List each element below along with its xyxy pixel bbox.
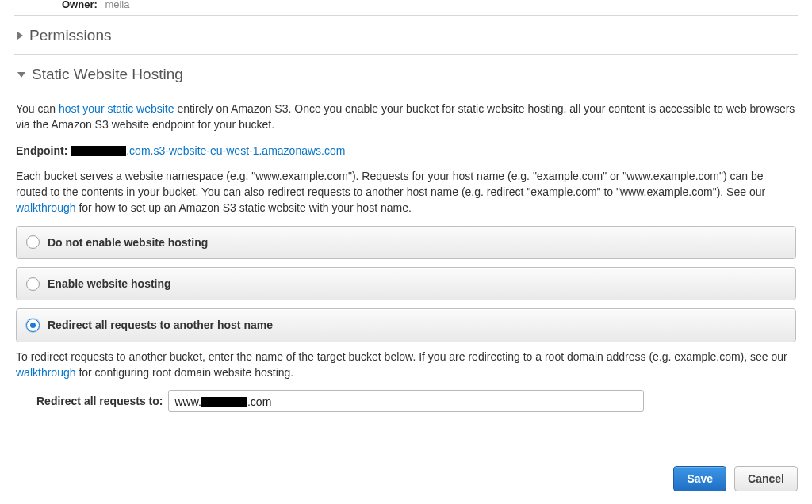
text: for configuring root domain website host…	[76, 366, 294, 379]
section-permissions-header[interactable]: Permissions	[14, 16, 798, 54]
redirect-input-row: Redirect all requests to: www..com	[36, 390, 796, 412]
text: You can	[16, 102, 59, 115]
static-hosting-intro: You can host your static website entirel…	[16, 101, 796, 133]
text: Each bucket serves a website namespace (…	[16, 170, 765, 198]
host-static-website-link[interactable]: host your static website	[59, 102, 174, 115]
section-static-hosting-body: You can host your static website entirel…	[14, 93, 798, 422]
endpoint-label: Endpoint:	[16, 144, 67, 157]
walkthrough-link[interactable]: walkthrough	[16, 201, 76, 214]
owner-label: Owner:	[62, 0, 98, 10]
section-static-hosting-title: Static Website Hosting	[32, 66, 183, 83]
redirect-target-input[interactable]	[168, 390, 644, 412]
radio-icon	[26, 235, 40, 249]
redacted-block	[71, 146, 126, 156]
chevron-down-icon	[17, 72, 25, 78]
endpoint-suffix: .com.s3-website-eu-west-1.amazonaws.com	[126, 144, 345, 157]
walkthrough-root-domain-link[interactable]: walkthrough	[16, 366, 76, 379]
owner-value: melia	[105, 0, 129, 10]
owner-row: Owner: melia	[14, 0, 798, 15]
save-button[interactable]: Save	[673, 466, 726, 491]
option-label: Redirect all requests to another host na…	[48, 317, 273, 333]
redirect-field-label: Redirect all requests to:	[36, 393, 163, 409]
section-static-hosting-header[interactable]: Static Website Hosting	[14, 55, 798, 93]
endpoint-link[interactable]: .com.s3-website-eu-west-1.amazonaws.com	[71, 144, 345, 157]
cancel-button[interactable]: Cancel	[734, 466, 798, 491]
text: To redirect requests to another bucket, …	[16, 350, 787, 363]
radio-icon-selected	[26, 319, 40, 332]
option-disable-hosting[interactable]: Do not enable website hosting	[16, 226, 796, 259]
footer-buttons: Save Cancel	[14, 466, 798, 491]
option-label: Do not enable website hosting	[48, 235, 208, 250]
text: for how to set up an Amazon S3 static we…	[76, 201, 412, 214]
option-redirect-hosting[interactable]: Redirect all requests to another host na…	[16, 308, 796, 342]
namespace-explainer: Each bucket serves a website namespace (…	[16, 168, 796, 216]
option-label: Enable website hosting	[48, 276, 171, 292]
endpoint-row: Endpoint: .com.s3-website-eu-west-1.amaz…	[16, 143, 796, 158]
radio-icon	[26, 277, 40, 291]
chevron-right-icon	[17, 32, 23, 40]
option-enable-hosting[interactable]: Enable website hosting	[16, 267, 796, 300]
section-permissions-title: Permissions	[29, 27, 111, 44]
redirect-description: To redirect requests to another bucket, …	[16, 349, 796, 381]
